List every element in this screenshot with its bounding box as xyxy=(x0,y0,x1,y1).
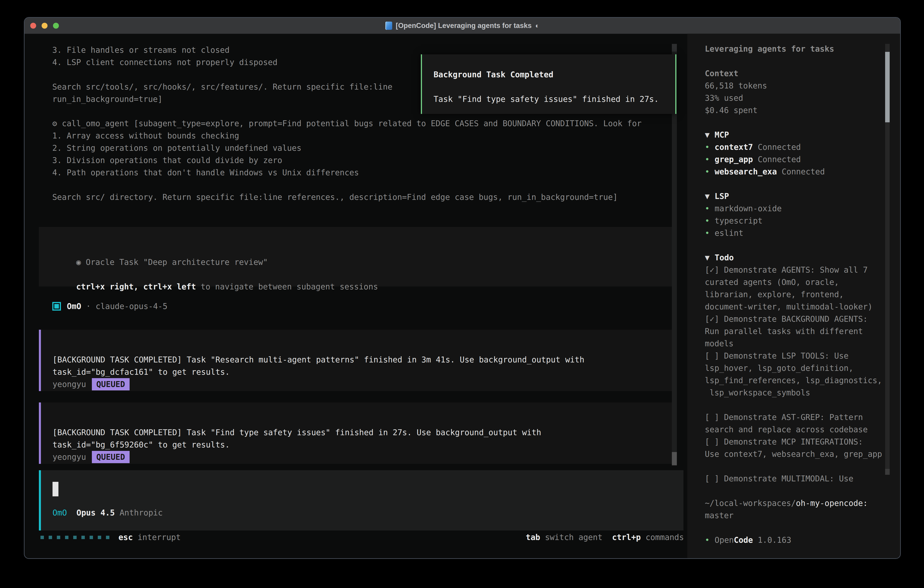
tool-call-text: call_omo_agent [subagent_type=explore, p… xyxy=(57,119,642,128)
version-line: •OpenCode 1.0.163 xyxy=(705,534,900,546)
tool-call-item: 3. Division operations that could divide… xyxy=(52,154,642,167)
main-scrollbar-thumb[interactable] xyxy=(672,452,677,465)
background-task-toast: Background Task Completed Task "Find typ… xyxy=(421,55,676,114)
todo-line: [✓] Demonstrate BACKGROUND AGENTS: xyxy=(705,313,900,325)
text-cursor xyxy=(53,482,58,496)
todo-line: search and replace across codebase xyxy=(705,423,900,436)
sidebar-scrollbar[interactable] xyxy=(885,44,890,475)
toast-spacer xyxy=(434,81,675,93)
todo-line: Run parallel tasks with different xyxy=(705,325,900,337)
ctrlp-key[interactable]: ctrl+p xyxy=(602,533,641,542)
status-left: esc interrupt xyxy=(40,533,181,542)
mcp-name: grep_app xyxy=(714,155,753,164)
lsp-name: typescript xyxy=(714,216,762,225)
todo-line: document-writer, multimodal-looker) xyxy=(705,301,900,313)
spinner-dots-icon xyxy=(40,536,109,539)
desktop: [OpenCode] Leveraging agents for tasks ◐… xyxy=(0,0,924,588)
collapse-triangle-icon: ▼ xyxy=(705,130,710,139)
mcp-item: •grep_app Connected xyxy=(705,153,900,165)
input-agent-name: OmO xyxy=(53,508,67,517)
todo-line: [ ] Demonstrate MULTIMODAL: Use xyxy=(705,472,900,485)
queued-badge: QUEUED xyxy=(92,378,130,390)
task-meta: yeongyuQUEUED xyxy=(53,378,673,390)
status-dot-icon: • xyxy=(705,142,710,152)
mcp-name: context7 xyxy=(714,142,753,152)
task-line: [BACKGROUND TASK COMPLETED] Task "Resear… xyxy=(53,353,673,366)
todo-line: Use context7, websearch_exa, grep_app xyxy=(705,448,900,460)
model-row: OmO Opus 4.5 Anthropic xyxy=(53,507,163,519)
status-dot-icon: • xyxy=(705,204,710,213)
agent-icon xyxy=(52,302,61,311)
todo-line-active: [ ] Demonstrate LSP TOOLS: Use xyxy=(705,350,900,362)
mcp-name: websearch_exa xyxy=(714,167,777,176)
todo-section-header[interactable]: ▼Todo xyxy=(705,251,900,264)
version-number: 1.0.163 xyxy=(753,535,792,545)
workspace-branch: master xyxy=(705,509,900,522)
mcp-item: •websearch_exa Connected xyxy=(705,165,900,178)
output-line: run_in_background=true] xyxy=(52,93,393,105)
oracle-task-panel: ◉ Oracle Task "Deep architecture review"… xyxy=(39,227,673,286)
status-dot-icon: • xyxy=(705,167,710,176)
lsp-item: •markdown-oxide xyxy=(705,202,900,215)
mcp-status: Connected xyxy=(777,167,825,176)
sidebar-scrollbar-thumb[interactable] xyxy=(885,52,890,122)
todo-line: curated agents (OmO, oracle, xyxy=(705,276,900,288)
workspace-path: ~/local-workspaces/oh-my-opencode: xyxy=(705,497,900,509)
esc-label: interrupt xyxy=(133,533,181,542)
tab-label: switch agent xyxy=(540,533,602,542)
sidebar: Leveraging agents for tasks Context 66,5… xyxy=(687,34,900,558)
separator-dot: · xyxy=(81,300,96,312)
agent-name: OmO xyxy=(67,300,81,312)
todo-line: [ ] Demonstrate MCP INTEGRATIONS: xyxy=(705,436,900,448)
tool-call-spacer xyxy=(52,179,642,191)
oracle-title: Oracle Task "Deep architecture review" xyxy=(81,258,268,267)
output-line xyxy=(52,68,393,81)
context-used: 33% used xyxy=(705,92,900,104)
todo-heading: Todo xyxy=(714,253,734,262)
sidebar-scrollbar-cap xyxy=(885,469,890,475)
status-dot-icon: • xyxy=(705,155,710,164)
oracle-spacer xyxy=(76,268,673,281)
agent-model: claude-opus-4-5 xyxy=(96,300,167,312)
opencode-window: [OpenCode] Leveraging agents for tasks ◐… xyxy=(24,17,901,559)
oracle-title-line: ◉ Oracle Task "Deep architecture review" xyxy=(76,256,673,268)
assistant-output: 3. File handles or streams not closed 4.… xyxy=(52,44,393,105)
output-line: 3. File handles or streams not closed xyxy=(52,44,393,56)
tool-call-item: 1. Array access without bounds checking xyxy=(52,130,642,142)
esc-key[interactable]: esc xyxy=(119,533,133,542)
todo-line: [✓] Demonstrate AGENTS: Show all 7 xyxy=(705,264,900,276)
context-tokens: 66,518 tokens xyxy=(705,79,900,92)
collapse-triangle-icon: ▼ xyxy=(705,253,710,262)
tab-key[interactable]: tab xyxy=(526,533,540,542)
task-line: [BACKGROUND TASK COMPLETED] Task "Find t… xyxy=(53,426,673,439)
status-dot-icon: • xyxy=(705,216,710,225)
titlebar: [OpenCode] Leveraging agents for tasks ◐ xyxy=(25,18,900,34)
lsp-item: •eslint xyxy=(705,227,900,239)
gear-icon: ⚙ xyxy=(52,119,57,128)
context-heading: Context xyxy=(705,67,900,79)
mcp-section-header[interactable]: ▼MCP xyxy=(705,129,900,141)
status-dot-icon: • xyxy=(705,228,710,238)
oracle-hint: ctrl+x right, ctrl+x left to navigate be… xyxy=(76,281,673,293)
record-icon: ◉ xyxy=(76,258,81,267)
mcp-heading: MCP xyxy=(714,130,729,139)
toast-body: Task "Find type safety issues" finished … xyxy=(434,93,675,105)
status-dot-icon: • xyxy=(705,535,710,545)
todo-line: [ ] Demonstrate AST-GREP: Pattern xyxy=(705,411,900,423)
ctrlp-label: commands xyxy=(641,533,684,542)
half-moon-icon: ◐ xyxy=(535,22,539,30)
tool-call-block: ⚙ call_omo_agent [subagent_type=explore,… xyxy=(52,117,642,203)
context-spent: $0.46 spent xyxy=(705,104,900,116)
input-provider-name: Anthropic xyxy=(120,508,163,517)
workspace-repo: oh-my-opencode: xyxy=(796,499,868,508)
tool-call-line: ⚙ call_omo_agent [subagent_type=explore,… xyxy=(52,117,642,130)
lsp-section-header[interactable]: ▼LSP xyxy=(705,190,900,202)
todo-line-active: lsp_hover, lsp_goto_definition, xyxy=(705,362,900,374)
background-task-message: [BACKGROUND TASK COMPLETED] Task "Find t… xyxy=(39,403,673,464)
workspace-path-prefix: ~/local-workspaces/ xyxy=(705,499,796,508)
prompt-input[interactable]: OmO Opus 4.5 Anthropic xyxy=(39,470,683,530)
toast-title: Background Task Completed xyxy=(434,68,675,81)
todo-line: librarian, explore, frontend, xyxy=(705,288,900,301)
output-line: Search src/tools/, src/hooks/, src/featu… xyxy=(52,81,393,93)
window-title-text: [OpenCode] Leveraging agents for tasks xyxy=(396,21,532,30)
